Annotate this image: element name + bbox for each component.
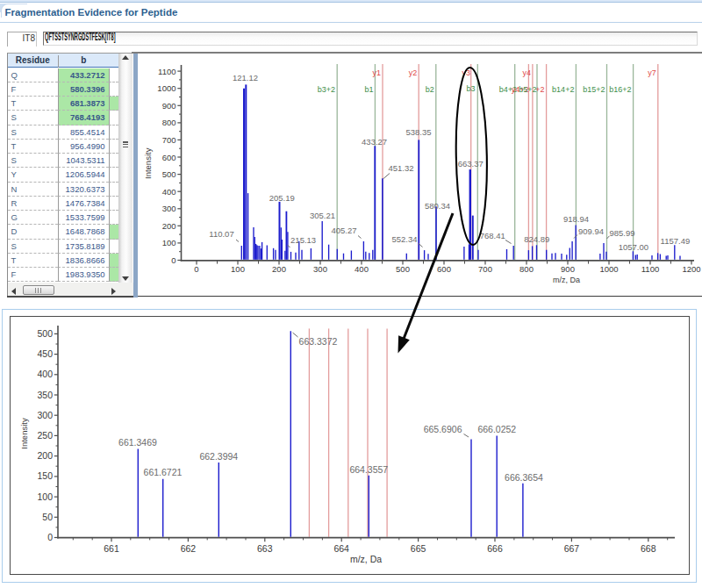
svg-text:y2: y2 <box>409 68 418 77</box>
svg-text:600: 600 <box>162 153 176 162</box>
svg-text:b3: b3 <box>467 84 476 93</box>
svg-text:100: 100 <box>231 264 245 274</box>
svg-text:Intensity: Intensity <box>144 147 154 179</box>
svg-text:0: 0 <box>194 264 198 274</box>
svg-text:y4: y4 <box>522 68 531 77</box>
svg-text:1200: 1200 <box>682 264 700 274</box>
svg-text:768.41: 768.41 <box>480 231 505 240</box>
svg-text:400: 400 <box>162 187 176 197</box>
svg-text:600: 600 <box>437 264 451 274</box>
svg-text:800: 800 <box>519 264 534 274</box>
svg-text:700: 700 <box>478 264 492 274</box>
svg-text:y1: y1 <box>372 68 381 77</box>
svg-text:m/z, Da: m/z, Da <box>553 276 580 284</box>
svg-text:121.12: 121.12 <box>233 73 258 82</box>
svg-text:y3: y3 <box>462 68 470 77</box>
svg-text:305.21: 305.21 <box>310 211 335 220</box>
svg-text:1000: 1000 <box>599 264 618 274</box>
svg-text:300: 300 <box>162 204 176 213</box>
svg-text:b15+2: b15+2 <box>583 85 605 94</box>
svg-text:400: 400 <box>355 264 369 274</box>
svg-text:b4+2: b4+2 <box>499 85 517 94</box>
svg-text:900: 900 <box>162 101 176 111</box>
svg-text:909.94: 909.94 <box>578 226 604 236</box>
svg-text:500: 500 <box>396 264 410 274</box>
svg-text:918.94: 918.94 <box>563 214 589 224</box>
svg-text:215.13: 215.13 <box>290 235 316 245</box>
svg-text:b14+2: b14+2 <box>552 85 574 94</box>
svg-text:985.99: 985.99 <box>609 228 634 238</box>
svg-text:b3+2: b3+2 <box>318 85 335 94</box>
svg-text:900: 900 <box>561 264 575 274</box>
svg-text:b2: b2 <box>426 85 434 94</box>
svg-text:552.34: 552.34 <box>391 234 417 244</box>
svg-text:0: 0 <box>171 255 176 265</box>
svg-text:110.07: 110.07 <box>209 229 233 239</box>
svg-text:500: 500 <box>162 169 176 179</box>
svg-text:y4+2: y4+2 <box>512 85 529 94</box>
svg-text:100: 100 <box>162 238 176 247</box>
svg-text:b16+2: b16+2 <box>609 85 631 94</box>
svg-text:b5+2: b5+2 <box>519 85 536 94</box>
svg-text:663.37: 663.37 <box>458 159 484 169</box>
svg-text:+2: +2 <box>535 85 544 94</box>
svg-text:433.27: 433.27 <box>362 137 387 147</box>
svg-text:1100: 1100 <box>158 67 176 76</box>
svg-text:1157.49: 1157.49 <box>661 236 691 246</box>
svg-text:300: 300 <box>313 264 327 274</box>
svg-text:y7: y7 <box>648 68 656 77</box>
svg-text:1100: 1100 <box>641 264 659 274</box>
svg-text:200: 200 <box>162 221 176 231</box>
svg-text:405.27: 405.27 <box>331 226 356 235</box>
svg-text:1000: 1000 <box>157 83 176 93</box>
svg-text:824.89: 824.89 <box>524 234 549 244</box>
svg-text:200: 200 <box>272 264 286 274</box>
svg-text:1057.00: 1057.00 <box>619 242 648 252</box>
svg-text:205.19: 205.19 <box>269 193 295 203</box>
svg-text:800: 800 <box>162 118 176 127</box>
svg-text:580.34: 580.34 <box>425 201 450 211</box>
svg-text:b1: b1 <box>364 85 373 94</box>
svg-text:451.32: 451.32 <box>388 163 413 173</box>
svg-text:700: 700 <box>162 135 176 145</box>
svg-text:538.35: 538.35 <box>405 127 431 137</box>
